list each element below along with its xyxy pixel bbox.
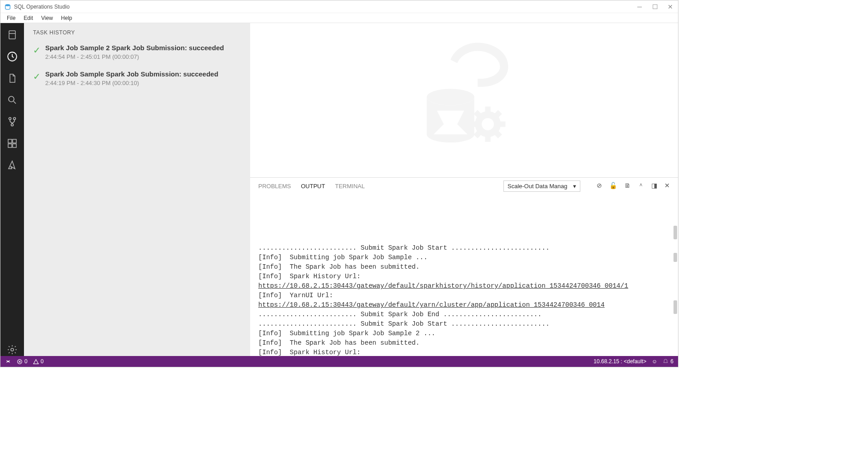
check-icon: ✓ xyxy=(33,45,41,60)
menu-edit[interactable]: Edit xyxy=(20,14,37,22)
app-window: SQL Operations Studio ─ ☐ ✕ File Edit Vi… xyxy=(0,0,678,367)
svg-line-5 xyxy=(14,101,16,104)
output-line: https://10.68.2.15:30443/gateway/default… xyxy=(258,300,670,310)
window-controls: ─ ☐ ✕ xyxy=(636,3,674,10)
status-warnings[interactable]: 0 xyxy=(33,358,44,365)
output-line: [Info] YarnUI Url: xyxy=(258,291,670,300)
status-connection[interactable]: 10.68.2.15 : <default> xyxy=(593,358,646,365)
svg-point-0 xyxy=(5,4,10,6)
output-channel-label: Scale-Out Data Manag xyxy=(508,183,567,190)
toggle-layout-icon[interactable]: ◨ xyxy=(651,182,657,190)
task-title: Spark Job Sample 2 Spark Job Submission:… xyxy=(45,44,241,52)
output-line: [Info] Spark History Url: xyxy=(258,348,670,356)
chevron-down-icon: ▾ xyxy=(573,183,576,190)
svg-rect-9 xyxy=(8,139,12,143)
task-time: 2:44:54 PM - 2:45:01 PM (00:00:07) xyxy=(45,53,241,60)
menu-file[interactable]: File xyxy=(3,14,19,22)
scrollbar[interactable] xyxy=(674,300,677,314)
main-area: TASK HISTORY ✓ Spark Job Sample 2 Spark … xyxy=(0,23,678,356)
svg-line-20 xyxy=(476,112,479,115)
lock-scroll-icon[interactable]: 🔓 xyxy=(609,182,617,190)
task-title: Spark Job Sample Spark Job Submission: s… xyxy=(45,70,241,78)
status-remote-icon[interactable] xyxy=(5,358,11,365)
output-line: https://10.68.2.15:30443/gateway/default… xyxy=(258,281,670,291)
svg-line-23 xyxy=(497,112,500,115)
activity-settings-icon[interactable] xyxy=(6,343,19,356)
app-icon xyxy=(4,3,11,10)
output-line: [Info] Spark History Url: xyxy=(258,272,670,281)
activity-extensions-icon[interactable] xyxy=(6,137,19,150)
svg-point-7 xyxy=(14,118,16,120)
tab-terminal[interactable]: TERMINAL xyxy=(335,183,365,190)
task-time: 2:44:19 PM - 2:44:30 PM (00:00:10) xyxy=(45,80,241,86)
output-body[interactable]: ......................... Submit Spark J… xyxy=(250,194,678,356)
status-errors[interactable]: 0 xyxy=(17,358,28,365)
scrollbar[interactable] xyxy=(674,226,677,239)
activity-servers-icon[interactable] xyxy=(6,28,19,41)
minimize-button[interactable]: ─ xyxy=(636,3,644,10)
svg-rect-10 xyxy=(13,139,16,143)
svg-rect-11 xyxy=(8,144,12,147)
svg-rect-12 xyxy=(13,144,16,147)
activity-bar xyxy=(0,23,24,356)
output-url[interactable]: https://10.68.2.15:30443/gateway/default… xyxy=(258,282,628,290)
titlebar: SQL Operations Studio ─ ☐ ✕ xyxy=(0,0,678,13)
output-line: ......................... Submit Spark J… xyxy=(258,319,670,329)
menu-view[interactable]: View xyxy=(38,14,57,22)
statusbar: 0 0 10.68.2.15 : <default> ☺ 6 xyxy=(0,356,678,367)
scrollbar[interactable] xyxy=(674,253,677,262)
svg-point-6 xyxy=(9,118,11,120)
svg-line-21 xyxy=(497,133,500,137)
output-line: [Info] The Spark Job has been submitted. xyxy=(258,262,670,272)
output-line: [Info] Submitting job Spark Job Sample .… xyxy=(258,253,670,262)
activity-azure-icon[interactable] xyxy=(6,159,19,171)
collapse-panel-icon[interactable]: ＾ xyxy=(638,182,644,190)
menubar: File Edit View Help xyxy=(0,13,678,23)
maximize-button[interactable]: ☐ xyxy=(651,3,659,10)
svg-point-15 xyxy=(479,114,498,133)
panel-tabs: PROBLEMS OUTPUT TERMINAL Scale-Out Data … xyxy=(250,178,678,194)
open-log-icon[interactable]: 🗎 xyxy=(624,182,631,190)
check-icon: ✓ xyxy=(33,71,41,86)
output-line: ......................... Submit Spark J… xyxy=(258,310,670,319)
app-title: SQL Operations Studio xyxy=(14,4,636,10)
status-feedback-icon[interactable]: ☺ xyxy=(652,358,657,365)
activity-source-control-icon[interactable] xyxy=(6,115,19,128)
tab-output[interactable]: OUTPUT xyxy=(301,183,325,190)
svg-line-22 xyxy=(476,133,479,137)
task-item[interactable]: ✓ Spark Job Sample 2 Spark Job Submissio… xyxy=(24,40,250,66)
svg-rect-1 xyxy=(9,31,15,39)
output-line: [Info] The Spark Job has been submitted. xyxy=(258,338,670,348)
menu-help[interactable]: Help xyxy=(57,14,76,22)
editor-welcome-logo xyxy=(250,23,678,177)
svg-point-14 xyxy=(427,89,474,105)
svg-point-8 xyxy=(11,124,14,126)
task-history-panel: TASK HISTORY ✓ Spark Job Sample 2 Spark … xyxy=(24,23,250,356)
activity-search-icon[interactable] xyxy=(6,94,19,106)
output-url[interactable]: https://10.68.2.15:30443/gateway/default… xyxy=(258,301,605,309)
output-channel-dropdown[interactable]: Scale-Out Data Manag ▾ xyxy=(503,180,580,192)
close-panel-icon[interactable]: ✕ xyxy=(664,182,670,190)
svg-point-13 xyxy=(11,348,14,351)
status-notifications[interactable]: 6 xyxy=(663,358,674,365)
panel-actions: ⊘ 🔓 🗎 ＾ ◨ ✕ xyxy=(597,182,670,190)
bottom-panel: PROBLEMS OUTPUT TERMINAL Scale-Out Data … xyxy=(250,177,678,356)
activity-explorer-icon[interactable] xyxy=(6,72,19,85)
activity-task-history-icon[interactable] xyxy=(6,50,19,63)
task-item[interactable]: ✓ Spark Job Sample Spark Job Submission:… xyxy=(24,66,250,93)
output-line: ......................... Submit Spark J… xyxy=(258,243,670,253)
output-line: [Info] Submitting job Spark Job Sample 2… xyxy=(258,329,670,338)
editor-area: PROBLEMS OUTPUT TERMINAL Scale-Out Data … xyxy=(250,23,678,356)
tab-problems[interactable]: PROBLEMS xyxy=(258,183,291,190)
clear-output-icon[interactable]: ⊘ xyxy=(597,182,602,190)
svg-point-4 xyxy=(9,96,14,102)
close-button[interactable]: ✕ xyxy=(666,3,674,10)
task-history-title: TASK HISTORY xyxy=(24,23,250,40)
